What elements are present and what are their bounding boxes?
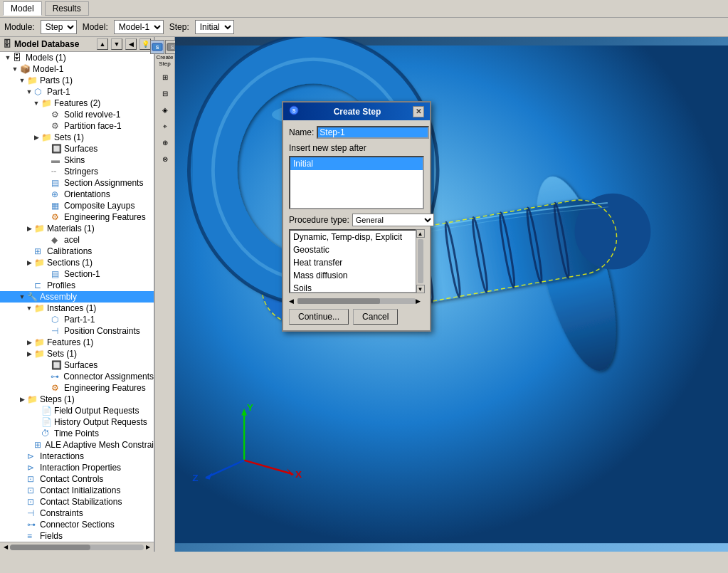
acel-icon: ◆ [51, 235, 63, 245]
tree-item-instances[interactable]: ▼ 📁 Instances (1) [0, 303, 154, 314]
tree-item-part11[interactable]: ⬡ Part-1-1 [0, 314, 154, 325]
tree-item-composite[interactable]: ▦ Composite Layups [0, 200, 154, 211]
tree-item-eng-feat[interactable]: ⚙ Engineering Features [0, 211, 154, 223]
tree-item-features2[interactable]: ▶ 📁 Features (1) [0, 337, 154, 348]
lv-icon-4[interactable]: ⌖ [157, 119, 173, 135]
hscroll-right[interactable]: ▶ [144, 543, 152, 552]
tree-item-time-points[interactable]: ⏱ Time Points [0, 428, 154, 439]
tab-results[interactable]: Results [45, 1, 89, 16]
orientations-icon: ⊕ [51, 189, 63, 199]
panel-up-btn[interactable]: ▲ [97, 38, 108, 50]
tree-item-solid-revolve[interactable]: ⚙ Solid revolve-1 [0, 109, 154, 120]
tree-item-models[interactable]: ▼ 🗄 Models (1) [0, 52, 154, 63]
panel-down-btn[interactable]: ▼ [111, 38, 122, 50]
expander-features[interactable]: ▼ [31, 98, 41, 108]
lv-icon-3[interactable]: ◈ [157, 102, 173, 118]
expander-sets[interactable]: ▶ [31, 132, 41, 142]
tree-item-acel[interactable]: ◆ acel [0, 234, 154, 246]
tree-item-contact-init[interactable]: ⊡ Contact Initializations [0, 485, 154, 496]
tree-item-history-output[interactable]: 📄 History Output Requests [0, 416, 154, 428]
tree-item-part1[interactable]: ▼ ⬡ Part-1 [0, 86, 154, 98]
expander-model1[interactable]: ▼ [10, 64, 20, 74]
tree-item-materials[interactable]: ▶ 📁 Materials (1) [0, 223, 154, 234]
tree-item-assembly[interactable]: ▼ 🔧 Assembly [0, 291, 154, 303]
tree-item-sets2[interactable]: ▶ 📁 Sets (1) [0, 348, 154, 359]
proc-scroll-up[interactable]: ▲ [416, 229, 425, 238]
tree-item-ale[interactable]: ⊞ ALE Adaptive Mesh Constrai [0, 439, 154, 451]
expander-sets2[interactable]: ▶ [24, 349, 34, 359]
continue-button[interactable]: Continue... [289, 309, 349, 325]
panel-light-btn[interactable]: 💡 [139, 38, 151, 50]
tree-item-skins[interactable]: ▬ Skins [0, 154, 154, 166]
expander-sections[interactable]: ▶ [24, 258, 34, 268]
tree-item-contact-controls[interactable]: ⊡ Contact Controls [0, 473, 154, 485]
tree-item-profiles[interactable]: ⊏ Profiles [0, 280, 154, 291]
tree-item-connector-sec[interactable]: ⊶ Connector Sections [0, 519, 154, 530]
proc-item-dynamic[interactable]: Dynamic, Temp-disp, Explicit [290, 231, 413, 243]
proc-item-heat[interactable]: Heat transfer [290, 256, 413, 269]
tree-item-orientations[interactable]: ⊕ Orientations [0, 189, 154, 200]
section1-label: Section-1 [64, 269, 100, 279]
steps-list[interactable]: Initial [289, 156, 424, 209]
tree-item-partition[interactable]: ⚙ Partition face-1 [0, 120, 154, 132]
tree-item-field-output[interactable]: 📄 Field Output Requests [0, 405, 154, 416]
assembly-label: Assembly [40, 292, 77, 302]
tree-item-contact-stab[interactable]: ⊡ Contact Stabilizations [0, 496, 154, 508]
name-input[interactable] [317, 126, 429, 139]
tree-item-eng-feat2[interactable]: ⚙ Engineering Features [0, 382, 154, 394]
tree-item-stringers[interactable]: ╌ Stringers [0, 166, 154, 177]
tree-item-section-asgn[interactable]: ▤ Section Assignments [0, 177, 154, 189]
tree-item-calibrations[interactable]: ⊞ Calibrations [0, 246, 154, 257]
tree-item-surfaces[interactable]: 🔲 Surfaces [0, 143, 154, 154]
lv-icon-6[interactable]: ⊗ [157, 152, 173, 167]
tree-item-constraints[interactable]: ⊣ Constraints [0, 508, 154, 519]
proc-item-geostatic[interactable]: Geostatic [290, 243, 413, 256]
lv-icon-2[interactable]: ⊟ [157, 86, 173, 102]
tree-item-interactions[interactable]: ⊳ Interactions [0, 451, 154, 462]
tree-item-steps[interactable]: ▶ 📁 Steps (1) [0, 394, 154, 405]
tree-item-fields[interactable]: ≡ Fields [0, 530, 154, 542]
procedure-list[interactable]: Dynamic, Temp-disp, Explicit Geostatic H… [289, 229, 424, 293]
module-select[interactable]: Step [41, 20, 77, 34]
proc-item-mass[interactable]: Mass diffusion [290, 269, 413, 282]
expander-models[interactable]: ▼ [3, 53, 13, 63]
hscroll-track[interactable] [10, 545, 144, 550]
tree-item-parts[interactable]: ▼ 📁 Parts (1) [0, 75, 154, 86]
expander-steps[interactable]: ▶ [17, 394, 27, 404]
proc-hscroll-track[interactable] [297, 298, 416, 304]
expander-materials[interactable]: ▶ [24, 224, 34, 233]
model-select[interactable]: Model-1 [114, 20, 164, 34]
viewport[interactable]: Y X Z S [175, 37, 728, 552]
hscroll-left[interactable]: ◀ [1, 543, 10, 552]
proc-item-soils[interactable]: Soils [290, 282, 413, 293]
procedure-select[interactable]: General Linear perturbation [352, 214, 434, 226]
proc-hscroll-right[interactable]: ▶ [416, 298, 424, 305]
tab-model[interactable]: Model [3, 1, 42, 16]
tree-item-int-props[interactable]: ⊳ Interaction Properties [0, 462, 154, 473]
tree-item-model1[interactable]: ▼ 📦 Model-1 [0, 63, 154, 75]
step-list-item-initial[interactable]: Initial [290, 157, 423, 170]
expander-part1[interactable]: ▼ [24, 87, 34, 97]
tree-item-features[interactable]: ▼ 📁 Features (2) [0, 98, 154, 109]
expander-instances[interactable]: ▼ [24, 303, 34, 313]
tree-item-section1[interactable]: ▤ Section-1 [0, 268, 154, 280]
lv-icon-1[interactable]: ⊞ [157, 70, 173, 85]
tree-item-surfaces2[interactable]: 🔲 Surfaces [0, 359, 154, 371]
dialog-close-button[interactable]: ✕ [413, 106, 424, 117]
history-output-icon: 📄 [41, 417, 53, 427]
tree-item-pos-constraints[interactable]: ⊣ Position Constraints [0, 325, 154, 337]
tree-item-sets[interactable]: ▶ 📁 Sets (1) [0, 132, 154, 143]
procedure-scrollbar[interactable]: ▲ ▼ [416, 229, 424, 293]
panel-collapse-btn[interactable]: ◀ [125, 38, 137, 50]
cancel-button[interactable]: Cancel [353, 309, 398, 325]
expander-assembly[interactable]: ▼ [17, 292, 27, 302]
step-icon-1[interactable]: S [150, 40, 164, 54]
expander-parts[interactable]: ▼ [17, 75, 27, 85]
expander-feat2[interactable]: ▶ [24, 337, 34, 347]
lv-icon-5[interactable]: ⊕ [157, 135, 173, 151]
tree-item-sections[interactable]: ▶ 📁 Sections (1) [0, 257, 154, 268]
proc-hscroll-left[interactable]: ◀ [289, 298, 297, 305]
proc-scroll-down[interactable]: ▼ [416, 285, 425, 293]
tree-item-connector-asgn[interactable]: ⊶ Connector Assignments [0, 371, 154, 382]
step-select[interactable]: Initial [195, 20, 234, 34]
